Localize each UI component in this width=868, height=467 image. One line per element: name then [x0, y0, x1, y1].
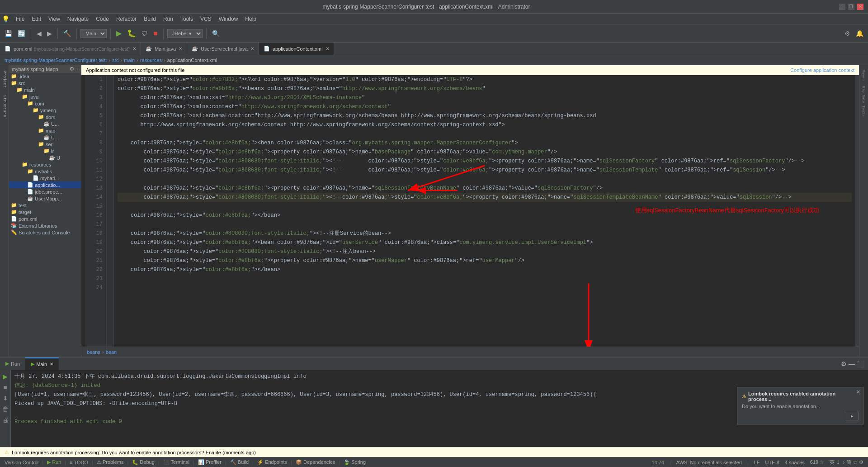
menu-code[interactable]: Code [92, 15, 113, 23]
profiler-button[interactable]: 📊 Profiler [198, 459, 222, 465]
maven-tool-btn[interactable]: Maven [861, 67, 867, 83]
tree-item[interactable]: 📁com [9, 100, 81, 107]
jrebel-dropdown[interactable]: JRebel ▾ [167, 29, 203, 38]
tree-item[interactable]: 📁target [9, 209, 81, 215]
tab-pom-xml[interactable]: 📄 pom.xml (mybatis-spring-MapperScannerC… [0, 43, 141, 55]
bc-bean[interactable]: bean [106, 349, 117, 355]
debug-status-button[interactable]: 🐛 Debug [132, 459, 154, 465]
structure-tab[interactable]: Structure [0, 91, 9, 121]
close-pom-tab[interactable]: ✕ [132, 46, 136, 51]
tab-main-java[interactable]: ☕ Main.java ✕ [141, 43, 187, 55]
popup-expand-button[interactable]: ▸ [846, 412, 859, 420]
tree-item[interactable]: 📄pom.xml [9, 215, 81, 222]
panel-settings-button[interactable]: ⚙ [841, 360, 847, 367]
menu-view[interactable]: View [45, 15, 64, 23]
lf-indicator[interactable]: LF [754, 460, 760, 465]
configure-app-context-link[interactable]: Configure application context [790, 67, 854, 73]
todo-button[interactable]: ≡ TODO [70, 460, 88, 465]
aws-status[interactable]: AWS: No credentials selected [676, 460, 742, 465]
tree-item[interactable]: 📚External Libraries [9, 222, 81, 229]
forward-button[interactable]: ▶ [45, 29, 54, 38]
scroll-end-button[interactable]: ⬇ [2, 394, 9, 403]
close-appcontext-tab[interactable]: ✕ [326, 46, 329, 51]
tree-item[interactable]: 📁yimeng [9, 107, 81, 114]
menu-help[interactable]: Help [241, 15, 260, 23]
project-tab[interactable]: Project [0, 67, 9, 91]
back-button[interactable]: ◀ [35, 29, 43, 38]
tree-item[interactable]: 📁src [9, 80, 81, 86]
menu-refactor[interactable]: Refactor [113, 15, 140, 23]
bc-beans[interactable]: beans [87, 349, 100, 355]
tree-item[interactable]: 📄applicatio... [9, 181, 81, 188]
run-button[interactable]: ▶ [114, 28, 123, 38]
spaces-indicator[interactable]: 4 spaces [785, 460, 805, 465]
menu-tools[interactable]: Tools [177, 15, 197, 23]
bc-resources[interactable]: resources [140, 57, 162, 63]
close-main-tab[interactable]: ✕ [179, 46, 182, 51]
run-status-button[interactable]: ▶ Run [47, 459, 61, 465]
minimize-button[interactable]: — [839, 4, 845, 10]
tree-item[interactable]: 📁ir [9, 148, 81, 154]
dependencies-button[interactable]: 📦 Dependencies [296, 459, 335, 465]
tree-item[interactable]: 📁map [9, 127, 81, 134]
tree-item[interactable]: ☕U... [9, 134, 81, 141]
panel-expand-button[interactable]: ⬛ [857, 360, 864, 367]
close-button[interactable]: ✕ [857, 4, 863, 10]
tree-item[interactable]: 📄jdbc.prope... [9, 188, 81, 195]
tab-userserviceimpl[interactable]: ☕ UserServiceImpl.java ✕ [187, 43, 259, 55]
stop-button[interactable]: ■ [151, 29, 160, 38]
popup-close-button[interactable]: ✕ [856, 389, 860, 395]
bc-src[interactable]: src [112, 57, 119, 63]
bc-project[interactable]: mybatis-spring-MapperScannerConfigurer-t… [5, 57, 107, 63]
tab-appcontext-xml[interactable]: 📄 applicationContext.xml ✕ [259, 43, 334, 55]
tree-item[interactable]: 📁java [9, 93, 81, 100]
tree-item[interactable]: ✏️Scratches and Console [9, 229, 81, 236]
encoding-indicator[interactable]: UTF-8 [765, 460, 779, 465]
endpoints-button[interactable]: ⚡ Endpoints [257, 459, 287, 465]
tree-item[interactable]: 📁test [9, 202, 81, 209]
build-status-button[interactable]: 🔨 Build [230, 459, 249, 465]
spring-button[interactable]: 🍃 Spring [344, 459, 366, 465]
problems-button[interactable]: ⚠ Problems [97, 459, 124, 465]
terminal-button[interactable]: ⬛ Terminal [163, 459, 189, 465]
save-all-button[interactable]: 💾 [3, 29, 14, 38]
clear-console-button[interactable]: 🗑 [1, 405, 9, 414]
build-button[interactable]: 🔨 [61, 29, 73, 38]
tree-item[interactable]: 📄mybati... [9, 175, 81, 181]
panel-minimize-button[interactable]: — [849, 360, 855, 367]
right-scroll-gutter[interactable] [855, 75, 859, 347]
notifications-button[interactable]: 🔔 [854, 29, 865, 38]
menu-window[interactable]: Window [215, 15, 242, 23]
tree-item[interactable]: 📁mybatis [9, 168, 81, 175]
project-header[interactable]: mybatis-spring-Mapp ⚙ ≡ [9, 65, 81, 73]
tree-item[interactable]: 📁.idea [9, 73, 81, 80]
debug-button[interactable]: 🐛 [125, 28, 138, 38]
tree-item[interactable]: ☕UserMapp... [9, 195, 81, 202]
menu-build[interactable]: Build [140, 15, 160, 23]
run-tab[interactable]: ▶ Run [0, 357, 25, 370]
tree-item[interactable]: 📁resources [9, 161, 81, 168]
settings-button[interactable]: ⚙ [843, 29, 852, 38]
run-with-coverage[interactable]: 🛡 [140, 29, 150, 38]
code-content[interactable]: color:#9876aa;">style="color:#cc7832;"><… [114, 75, 855, 347]
tree-item[interactable]: 📁dom [9, 114, 81, 120]
menu-vcs[interactable]: VCS [197, 15, 215, 23]
bigdata-tool-btn[interactable]: Big Data Tools [861, 83, 867, 119]
menu-run[interactable]: Run [160, 15, 177, 23]
tree-item[interactable]: 📁ser [9, 141, 81, 148]
code-editor[interactable]: 123456789101112131415161718192021222324 … [81, 75, 859, 347]
menu-edit[interactable]: Edit [28, 15, 45, 23]
run-config-dropdown[interactable]: Main [80, 29, 107, 38]
tree-item[interactable]: ☕U... [9, 120, 81, 127]
maximize-button[interactable]: ❐ [848, 4, 854, 10]
vcs-button[interactable]: Version Control [5, 460, 38, 465]
rerun-button[interactable]: ▶ [2, 372, 9, 381]
main-tab[interactable]: ▶ Main ✕ [25, 357, 59, 370]
print-button[interactable]: 🖨 [1, 415, 9, 424]
sync-button[interactable]: 🔄 [16, 29, 27, 38]
tree-item[interactable]: ☕U [9, 154, 81, 161]
input-method[interactable]: 英 ♩ ♪ 简 ☆ ⚙ [830, 459, 863, 466]
menu-file[interactable]: File [12, 15, 28, 23]
close-main-panel-tab[interactable]: ✕ [50, 362, 53, 367]
stop-run-button[interactable]: ■ [2, 383, 8, 392]
